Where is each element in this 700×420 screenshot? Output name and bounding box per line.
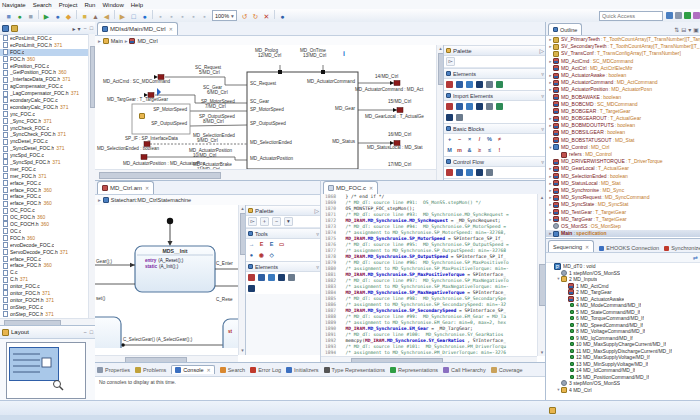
file-list-item[interactable]: ecPosLimit_FOC.h371 [0,42,95,49]
file-list-item[interactable]: _InterfaceData_FOC.h371 [0,76,95,83]
outline-item[interactable]: MD_BOBAWAKE:boolean [546,94,700,101]
outline-item[interactable]: MD_DRIVERWISHTORQUE:T_DriverTorque [546,158,700,165]
palette-section-elements[interactable]: Elements▿ [444,68,546,79]
statechart-canvas[interactable]: MDS__Initentry(A_Reset();)static(A_Init(… [95,205,238,348]
file-list-item[interactable]: C.h371 [0,276,95,283]
transition-tool-icon[interactable]: → [248,241,255,248]
tab-properties[interactable]: Properties [97,367,130,373]
folder-tool-icon[interactable]: ▾ [284,217,293,226]
compare-icon[interactable]: ≠ [496,136,503,143]
file-list-item[interactable]: erface_FOC.c [0,193,95,200]
file-list-item[interactable]: FOC.h360 [0,235,95,242]
switch-icon[interactable] [466,169,473,176]
import-sr-icon[interactable] [456,103,463,110]
file-list-item[interactable]: ervoDecode_FOC.c [0,242,95,249]
outline-item[interactable]: ▸MD_BOBGEAROUT:T_ActualGear [546,115,700,122]
perspective-ascet-icon[interactable] [666,12,673,19]
import-parameter-icon[interactable] [466,103,473,110]
outline-item[interactable]: OS_MonSS:OS_MonStep [546,223,700,230]
close-icon[interactable]: ✕ [369,185,373,191]
file-list-item[interactable]: onitor_FOCH.h371 [0,297,95,304]
sc-receiver-icon[interactable] [268,274,275,281]
outline-item[interactable]: ▸MD_BOBMDOUTPUTS:boolean [546,122,700,129]
while-icon[interactable] [476,169,483,176]
tab-code[interactable]: MD_FOC.c ✕ [323,181,378,194]
file-list-item[interactable]: OC.c [0,228,95,235]
if-icon[interactable] [446,169,453,176]
menu-item-navigate[interactable]: Navigate [2,2,26,8]
zoom-in-tool-icon[interactable]: ＋ [260,217,269,226]
return-icon[interactable] [486,169,493,176]
outline-item[interactable]: ▸SV_PrimaryTeeth:T_ToothCountArray[T_Tra… [546,36,700,43]
file-list-item[interactable]: FOC.h360 [0,56,95,63]
breadcrumb-statechart[interactable]: Statechart:MD_CtrlStatemachine [111,197,191,203]
file-list-item[interactable]: econdaryCalc_FOC.c [0,97,95,104]
layout-minimap[interactable] [0,339,95,401]
import-constant-icon[interactable] [496,103,503,110]
open-perspective-icon[interactable]: □ [129,12,138,21]
quick-access-input[interactable] [599,11,663,21]
divide-icon[interactable]: / [476,136,483,143]
minimap-viewport[interactable] [9,347,59,381]
close-icon[interactable]: ✕ [169,26,173,32]
expand-icon[interactable]: ▸ [72,25,75,32]
menu-item-project[interactable]: Project [59,2,78,8]
outline-item[interactable]: ▸Main:specification [546,230,700,237]
max-icon[interactable]: m [456,147,463,154]
minimize-icon[interactable]: − [83,329,86,335]
debug-icon[interactable]: ● [53,12,62,21]
file-list-item[interactable]: erface_FOC.h360 [0,200,95,207]
import-characteristic-icon[interactable] [486,103,493,110]
menu-item-run[interactable]: Run [84,2,95,8]
outline-item[interactable]: ▸MD_SyncRequest:MD_SyncCommand [546,194,700,201]
tab-initializers[interactable]: Initializers [286,367,318,373]
junction-tool-icon[interactable]: ◉ [258,252,265,259]
back-icon[interactable]: ◀ [102,12,111,21]
file-list-item[interactable]: onStep_FOC.h371 [0,311,95,318]
outline-item[interactable]: ▸MD_StatusLocal:MD_Stat [546,180,700,187]
mux-icon[interactable]: ! [496,147,503,154]
parameter-icon[interactable] [466,81,473,88]
refresh-icon[interactable]: ↺ [240,12,249,21]
file-list-item[interactable]: OC_FOCH.h360 [0,221,95,228]
file-list-item[interactable]: onStep_FOC.c [0,304,95,311]
outline-item[interactable]: ▸MD_SelectionEnded:boolean [546,173,700,180]
file-list-item[interactable]: OC_FOC.h360 [0,214,95,221]
new-wizard-icon[interactable]: ◆ [64,12,73,21]
file-list-item[interactable]: erface_FOC.c [0,180,95,187]
variable-icon[interactable] [476,81,483,88]
forward-icon[interactable]: ▶ [118,12,127,21]
outline-item[interactable]: ▸MD_SyncState:MD_SyncStat [546,201,700,208]
tab-console[interactable]: Console✕ [171,365,214,374]
outline-item[interactable]: MD_ActCtrl:MD_ActCtrlElecMtr [546,65,700,72]
palette-section-control-flow[interactable]: Control Flow▿ [444,156,546,167]
file-list-item[interactable]: yncDesel_FOC.c [0,138,95,145]
file-list-item[interactable]: OC_FOC.c [0,207,95,214]
file-list-item[interactable]: onitor_FOC.c [0,283,95,290]
import-variable-icon[interactable] [476,103,483,110]
modulo-icon[interactable]: % [486,136,493,143]
filter-icon[interactable]: ▾ [688,26,691,33]
table-icon[interactable] [496,81,503,88]
message-icon[interactable] [446,81,453,88]
select-tool-icon[interactable]: ▻ [248,217,257,226]
not-icon[interactable]: ≤ [486,147,493,154]
revert-icon[interactable]: ↻ [251,12,260,21]
file-list-item[interactable]: mer_FOC.h371 [0,173,95,180]
outline-item[interactable]: ▸SV_SecondaryTeeth:T_ToothCountArray[T_T… [546,43,700,50]
block-diagram-canvas[interactable]: MD_ActCmd : SC_MDCommandMD_TargGear : T_… [95,45,436,169]
file-list-item[interactable]: ecPosLimit_FOC.c [0,35,95,42]
user-icon[interactable]: ● [278,12,287,21]
outline-item[interactable]: refers:MD_Control [546,151,700,158]
outline-item[interactable]: MD_BOBSILGEAR:boolean [546,129,700,136]
file-list-item[interactable]: mer_FOC.c [0,166,95,173]
subtract-icon[interactable]: − [456,136,463,143]
import-message-icon[interactable] [446,103,453,110]
outline-item[interactable]: ▸MD_GearLocal:T_ActualGear [546,165,700,172]
perspective-debug-icon[interactable] [684,12,691,19]
outline-item[interactable]: ▾MD_Control:MD_Ctrl [546,144,700,151]
outline-item[interactable]: ▸MD_TargGear:T_TargetGear [546,216,700,223]
menu-item-window[interactable]: Window [102,2,123,8]
exit-action-tool-icon[interactable]: E [268,241,275,248]
file-list-item[interactable]: _SyncDesel_FOC.h371 [0,145,95,152]
